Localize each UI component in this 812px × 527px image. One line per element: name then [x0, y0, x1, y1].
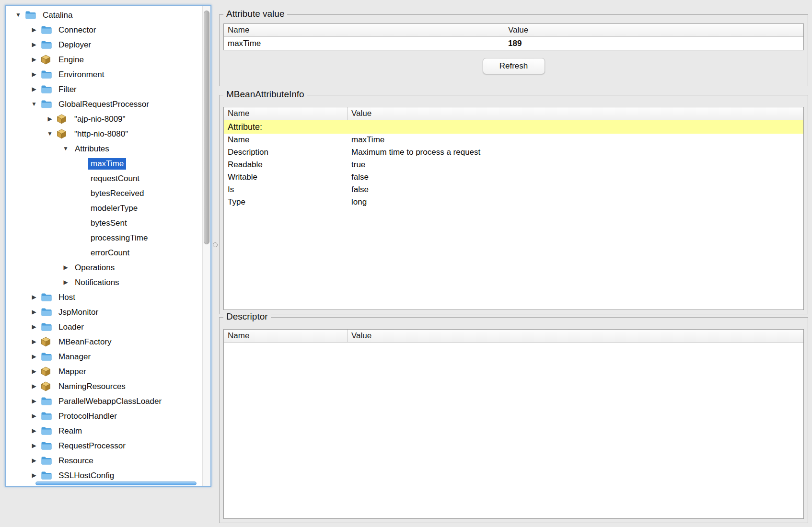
table-row[interactable]: Writablefalse: [224, 171, 803, 183]
tree-item-globalrequestprocessor[interactable]: ▼GlobalRequestProcessor: [6, 97, 202, 112]
tree-item-label: ParallelWebappClassLoader: [56, 396, 164, 407]
table-row[interactable]: Typelong: [224, 196, 803, 208]
chevron-down-icon[interactable]: ▼: [43, 126, 57, 141]
chevron-right-icon[interactable]: ▶: [27, 52, 41, 67]
tree-item-operations[interactable]: ▶Operations: [6, 260, 202, 275]
splitpane-divider-handle[interactable]: [213, 242, 218, 247]
tree-vertical-scrollbar[interactable]: [202, 6, 210, 486]
tree-item-manager[interactable]: ▶Manager: [6, 349, 202, 364]
tree-item-requestcount[interactable]: requestCount: [6, 171, 202, 186]
table-row[interactable]: DescriptionMaximum time to process a req…: [224, 146, 803, 159]
tree-item-http-nio-8080[interactable]: ▼"http-nio-8080": [6, 126, 202, 141]
chevron-right-icon[interactable]: ▶: [59, 260, 72, 275]
tree-item-loader[interactable]: ▶Loader: [6, 320, 202, 334]
chevron-right-icon[interactable]: ▶: [27, 67, 41, 82]
tree-item-label: "http-nio-8080": [72, 128, 130, 140]
tree-item-protocolhandler[interactable]: ▶ProtocolHandler: [6, 409, 202, 424]
tree-item-label: Deployer: [56, 39, 93, 51]
chevron-right-icon[interactable]: ▶: [27, 453, 41, 468]
tree-item-connector[interactable]: ▶Connector: [6, 23, 202, 37]
tree-item-filter[interactable]: ▶Filter: [6, 82, 202, 97]
chevron-right-icon[interactable]: ▶: [27, 334, 41, 349]
tree-item-label: Manager: [56, 351, 93, 363]
tree-item-realm[interactable]: ▶Realm: [6, 424, 202, 438]
chevron-right-icon[interactable]: ▶: [27, 438, 41, 453]
cell-value: false: [348, 171, 803, 183]
tree-item-environment[interactable]: ▶Environment: [6, 67, 202, 82]
column-header-value[interactable]: Value: [348, 107, 803, 120]
tree-item-label: JspMonitor: [56, 307, 101, 318]
tree-item-catalina[interactable]: ▼Catalina: [6, 8, 202, 23]
column-header-value[interactable]: Value: [504, 24, 803, 36]
tree-item-label: Host: [56, 292, 78, 303]
cell-name: Readable: [224, 159, 348, 171]
chevron-right-icon[interactable]: ▶: [27, 349, 41, 364]
chevron-right-icon[interactable]: ▶: [27, 468, 41, 483]
column-header-name[interactable]: Name: [224, 107, 348, 120]
chevron-right-icon[interactable]: ▶: [43, 112, 57, 126]
tree-item-bytessent[interactable]: bytesSent: [6, 216, 202, 230]
tree-item-namingresources[interactable]: ▶NamingResources: [6, 379, 202, 394]
tree-item-sslhostconfig[interactable]: ▶SSLHostConfig: [6, 468, 202, 483]
chevron-right-icon[interactable]: ▶: [27, 23, 41, 37]
tree-item-label: errorCount: [88, 247, 132, 259]
tree-item-engine[interactable]: ▶Engine: [6, 52, 202, 67]
chevron-right-icon[interactable]: ▶: [59, 275, 72, 290]
chevron-right-icon[interactable]: ▶: [27, 305, 41, 320]
chevron-right-icon[interactable]: ▶: [27, 394, 41, 409]
tree-item-processingtime[interactable]: processingTime: [6, 230, 202, 245]
column-header-name[interactable]: Name: [224, 330, 348, 342]
table-row[interactable]: Readabletrue: [224, 159, 803, 171]
chevron-down-icon[interactable]: ▼: [12, 8, 25, 23]
cell-name: Description: [224, 146, 348, 159]
chevron-right-icon[interactable]: ▶: [27, 82, 41, 97]
cell-name: Attribute:: [224, 120, 348, 134]
column-header-name[interactable]: Name: [224, 24, 504, 36]
tree-item-jspmonitor[interactable]: ▶JspMonitor: [6, 305, 202, 320]
bean-icon: [57, 129, 68, 139]
tree-item-maxtime[interactable]: maxTime: [6, 156, 202, 171]
tree-item-mbeanfactory[interactable]: ▶MBeanFactory: [6, 334, 202, 349]
tree-item-label: "ajp-nio-8009": [72, 114, 128, 125]
tree-item-host[interactable]: ▶Host: [6, 290, 202, 305]
folder-icon: [41, 70, 52, 79]
tree-item-deployer[interactable]: ▶Deployer: [6, 37, 202, 52]
tree-item-bytesreceived[interactable]: bytesReceived: [6, 186, 202, 201]
chevron-right-icon[interactable]: ▶: [27, 364, 41, 379]
tree-horizontal-scrollbar-thumb[interactable]: [35, 481, 197, 485]
tree-item-errorcount[interactable]: errorCount: [6, 245, 202, 260]
tree-vertical-scrollbar-thumb[interactable]: [204, 11, 209, 244]
tree-item-requestprocessor[interactable]: ▶RequestProcessor: [6, 438, 202, 453]
chevron-right-icon[interactable]: ▶: [27, 320, 41, 334]
column-header-value[interactable]: Value: [348, 330, 803, 342]
folder-icon: [41, 25, 52, 34]
folder-icon: [25, 11, 36, 20]
cell-value: false: [348, 183, 803, 196]
tree-item-parallelwebappclassloader[interactable]: ▶ParallelWebappClassLoader: [6, 394, 202, 409]
folder-icon: [41, 352, 52, 361]
tree-item-modelertype[interactable]: modelerType: [6, 201, 202, 216]
tree-item-ajp-nio-8009[interactable]: ▶"ajp-nio-8009": [6, 112, 202, 126]
chevron-right-icon[interactable]: ▶: [27, 37, 41, 52]
chevron-down-icon[interactable]: ▼: [59, 141, 72, 156]
table-row[interactable]: Attribute:: [224, 120, 803, 134]
table-row[interactable]: Isfalse: [224, 183, 803, 196]
refresh-button[interactable]: Refresh: [483, 58, 545, 74]
tree-item-attributes[interactable]: ▼Attributes: [6, 141, 202, 156]
folder-icon: [41, 85, 52, 94]
chevron-right-icon[interactable]: ▶: [27, 424, 41, 438]
chevron-right-icon[interactable]: ▶: [27, 290, 41, 305]
chevron-down-icon[interactable]: ▼: [27, 97, 41, 112]
mbean-attribute-info-table-header: NameValue: [224, 107, 803, 120]
tree-item-notifications[interactable]: ▶Notifications: [6, 275, 202, 290]
cell-value: long: [348, 196, 803, 208]
table-row[interactable]: NamemaxTime: [224, 134, 803, 146]
chevron-right-icon[interactable]: ▶: [27, 409, 41, 424]
tree-item-resource[interactable]: ▶Resource: [6, 453, 202, 468]
tree-item-label: Operations: [72, 262, 117, 274]
tree-item-label: processingTime: [88, 232, 150, 244]
chevron-right-icon[interactable]: ▶: [27, 379, 41, 394]
folder-icon: [41, 322, 52, 332]
table-row[interactable]: maxTime189: [224, 37, 803, 50]
tree-item-mapper[interactable]: ▶Mapper: [6, 364, 202, 379]
